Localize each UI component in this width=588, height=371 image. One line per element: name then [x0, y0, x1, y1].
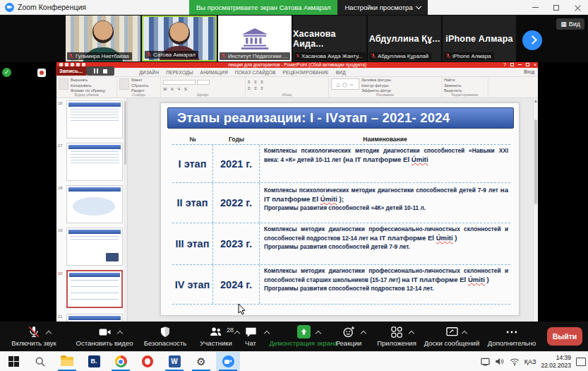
next-participants-button[interactable]	[522, 30, 542, 50]
shapes-gallery[interactable]: ◻ ◯ ⇨	[331, 78, 359, 90]
participant-tile[interactable]: Гульмира Ниетбаева	[66, 16, 140, 61]
b-app-icon[interactable]: B.	[82, 352, 106, 371]
copy-button[interactable]: Копировать	[71, 83, 105, 88]
participant-tile[interactable]: Хасанова Аида... Хасанова Аида Жанту...	[293, 16, 366, 61]
apps-button[interactable]: Приложения	[371, 324, 422, 347]
reactions-button[interactable]: Реакции	[329, 324, 368, 347]
ellipsis-icon	[505, 325, 519, 339]
ribbon-display-icon[interactable]	[510, 63, 514, 66]
recording-controls[interactable]	[86, 66, 114, 76]
zoom-app-icon	[5, 3, 14, 12]
paste-button[interactable]	[59, 78, 68, 90]
alignment-buttons[interactable]: ≡ ≡ ≡	[248, 80, 326, 84]
tray-app-icon[interactable]	[481, 358, 490, 366]
participant-tile[interactable]: iPhone Алмара iPhone Алмара	[443, 16, 516, 61]
chevron-up-icon[interactable]	[315, 331, 320, 336]
zoom-taskbar-icon[interactable]	[216, 352, 240, 371]
ppt-restore-button[interactable]	[526, 63, 529, 66]
shape-outline-button[interactable]: Контур фигуры	[361, 83, 391, 88]
tab-view[interactable]: ВИД	[336, 70, 346, 75]
window-title: Zoom Конференция	[18, 3, 86, 11]
signin-link[interactable]: Вход	[524, 69, 534, 74]
chrome-icon[interactable]	[109, 352, 133, 371]
action-center-icon[interactable]	[576, 358, 586, 366]
wifi-icon[interactable]	[510, 358, 520, 366]
participant-tile[interactable]: Институт Педагогики ...	[218, 16, 292, 61]
unmute-button[interactable]: Включить звук	[3, 324, 65, 347]
reactions-icon	[342, 325, 356, 339]
participant-name-chip: Гульмира Ниетбаева	[67, 52, 132, 61]
date: 22.02.2023	[541, 362, 571, 370]
zoom-meeting-window: Zoom Конференция Вы просматриваете экран…	[0, 0, 588, 371]
minimize-button[interactable]	[524, 0, 546, 15]
vertical-scrollbar[interactable]	[533, 98, 538, 322]
slide-thumbnail-21[interactable]	[66, 314, 123, 322]
slide-thumbnail-16[interactable]	[66, 100, 123, 139]
participant-tile[interactable]: Абдуллина Құ... Абдуллина Құралай	[368, 16, 441, 61]
font-style-buttons[interactable]: Ж К Ч S	[163, 87, 243, 91]
font-size-combo[interactable]	[197, 80, 210, 85]
chevron-up-icon[interactable]	[461, 331, 467, 336]
tab-slideshow[interactable]: ПОКАЗ СЛАЙДОВ	[235, 70, 276, 75]
cut-button[interactable]: Вырезать	[71, 78, 105, 82]
chevron-up-icon[interactable]	[361, 331, 366, 336]
find-button[interactable]: Найти	[444, 78, 462, 82]
muted-mic-icon	[68, 53, 74, 59]
font-name-combo[interactable]	[163, 80, 196, 85]
table-row: I этап 2021 г. Комплексы психологических…	[172, 145, 510, 183]
list-buttons[interactable]: ≡ ≡ ≡	[248, 86, 326, 90]
ppt-minimize-button[interactable]	[518, 64, 522, 65]
ribbon: Вырезать Копировать Формат по образцу Бу…	[56, 77, 538, 98]
slide-thumbnail-20-current[interactable]	[66, 270, 123, 308]
ppt-window-title: лекция для докторантов - PowerPoint (Сбо…	[56, 62, 538, 67]
whiteboards-button[interactable]: Доски сообщений	[418, 324, 486, 347]
slide-thumbnail-18[interactable]	[66, 185, 123, 223]
opera-icon[interactable]	[136, 352, 160, 371]
help-icon[interactable]: ?	[503, 62, 506, 67]
pause-recording-icon[interactable]	[94, 69, 98, 73]
grid-icon: ▦	[560, 20, 567, 28]
start-button[interactable]	[1, 352, 25, 371]
more-button[interactable]: Дополнительно	[481, 324, 542, 347]
tab-transitions[interactable]: ПЕРЕХОДЫ	[166, 70, 193, 75]
table-row: III этап 2023 г. Комплексы методик диагн…	[172, 223, 510, 265]
tab-design[interactable]: ДИЗАЙН	[139, 70, 159, 75]
ppt-close-button[interactable]: ×	[534, 62, 536, 67]
shape-fill-button[interactable]: Заливка фигуры	[361, 78, 391, 82]
drawing-group: ◻ ◯ ⇨ Заливка фигуры Контур фигуры Эффек…	[329, 77, 442, 98]
chevron-up-icon[interactable]	[116, 331, 122, 336]
replace-button[interactable]: Заменить	[444, 83, 462, 88]
slide-thumbnail-19[interactable]	[66, 228, 123, 266]
windows-taskbar: B. W ⚙ ҚАЗ 14:39 22.02.2023	[0, 351, 588, 371]
tab-review[interactable]: РЕЦЕНЗИРОВАНИЕ	[282, 70, 328, 75]
clipboard-group: Вырезать Копировать Формат по образцу Бу…	[56, 77, 117, 98]
speaker-icon[interactable]	[495, 357, 505, 366]
new-slide-button[interactable]	[119, 78, 129, 90]
clock[interactable]: 14:39 22.02.2023	[541, 354, 571, 369]
maximize-button[interactable]	[546, 0, 567, 15]
camera-icon	[97, 325, 112, 339]
apps-icon	[390, 325, 404, 339]
search-button[interactable]	[28, 352, 52, 371]
view-layout-button[interactable]: ▦ Вид	[556, 18, 584, 30]
thumbnails-scrollbar[interactable]	[124, 98, 127, 322]
word-icon[interactable]: W	[162, 352, 186, 371]
layout-button[interactable]: Макет	[131, 78, 148, 82]
muted-mic-icon	[445, 53, 451, 59]
zoom-titlebar: Zoom Конференция Вы просматриваете экран…	[0, 0, 588, 15]
chevron-up-icon[interactable]	[46, 331, 52, 336]
chevron-up-icon[interactable]	[409, 331, 414, 336]
slide-thumbnail-17[interactable]	[66, 143, 123, 181]
stop-recording-icon[interactable]	[103, 69, 107, 73]
settings-gear-icon[interactable]: ⚙	[189, 352, 213, 371]
tab-animations[interactable]: АНИМАЦИЯ	[200, 70, 228, 75]
view-settings-button[interactable]: Настройки просмотра	[337, 0, 427, 15]
leave-button[interactable]: Выйти	[547, 327, 582, 346]
participant-tile-active[interactable]: Сатова Акмарал	[142, 16, 217, 61]
close-button[interactable]	[567, 0, 588, 15]
language-indicator[interactable]: ҚАЗ	[524, 358, 536, 365]
participant-name-chip: Институт Педагогики ...	[220, 52, 290, 61]
file-explorer-icon[interactable]	[55, 352, 79, 371]
current-slide: Этапы реализации: I - IVэтап – 2021- 202…	[160, 102, 520, 316]
reset-button[interactable]: Сбросить	[131, 83, 148, 88]
